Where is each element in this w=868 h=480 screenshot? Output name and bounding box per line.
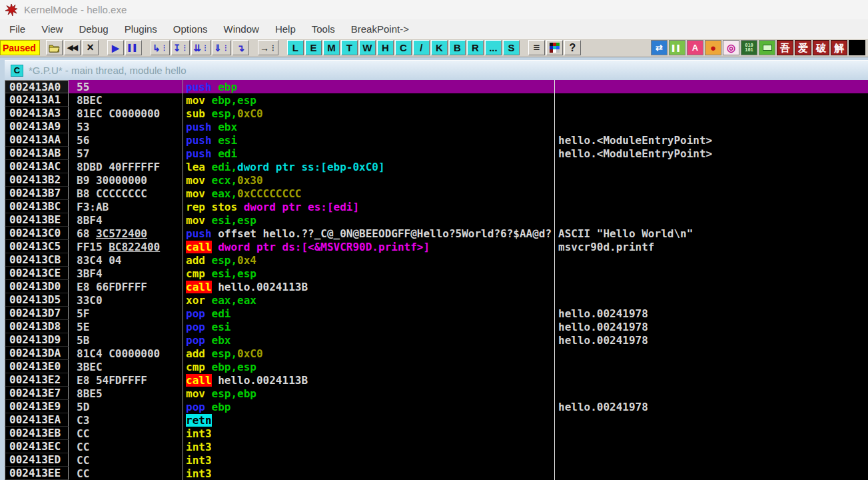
black-square-button[interactable] bbox=[849, 40, 865, 55]
panel-button-s[interactable]: S bbox=[503, 40, 520, 55]
disasm-row[interactable]: 002413B2B9 30000000mov ecx,0x30 bbox=[5, 173, 868, 187]
open-folder-icon bbox=[49, 43, 60, 53]
animate-over-button[interactable]: ⇓⋮ bbox=[212, 40, 231, 55]
panel-button-dots[interactable]: ... bbox=[485, 40, 502, 55]
instruction-cell: lea edi,dword ptr ss:[ebp-0xC0] bbox=[183, 160, 555, 173]
panel-button-slash[interactable]: / bbox=[413, 40, 430, 55]
target-icon: ◎ bbox=[727, 42, 735, 54]
instruction-cell: mov esp,ebp bbox=[183, 387, 555, 400]
disasm-row[interactable]: 002413AC8DBD 40FFFFFFlea edi,dword ptr s… bbox=[5, 160, 868, 173]
instruction-cell: add esp,0x4 bbox=[183, 253, 555, 267]
menu-item-view[interactable]: View bbox=[33, 23, 71, 35]
menu-item-window[interactable]: Window bbox=[216, 23, 267, 35]
disasm-row[interactable]: 002413EAC3retn bbox=[5, 413, 868, 427]
disasm-row[interactable]: 002413C068 3C572400push offset hello.??_… bbox=[5, 227, 868, 240]
disasm-row[interactable]: 002413CB83C4 04add esp,0x4 bbox=[5, 253, 868, 267]
disasm-row[interactable]: 002413A953push ebx bbox=[5, 120, 868, 133]
menu-item-tools[interactable]: Tools bbox=[304, 23, 343, 35]
panel-button-m[interactable]: M bbox=[323, 40, 340, 55]
disasm-row[interactable]: 002413BCF3:ABrep stos dword ptr es:[edi] bbox=[5, 200, 868, 213]
execute-till-return-icon: ↴ bbox=[237, 43, 245, 53]
pause-icon: ▌▌ bbox=[128, 44, 139, 51]
open-file-button[interactable] bbox=[46, 40, 63, 55]
comment-cell bbox=[555, 467, 868, 480]
monitor-button[interactable] bbox=[759, 40, 775, 55]
disasm-row[interactable]: 002413EBCCint3 bbox=[5, 427, 868, 440]
cn-plugin-button-1[interactable]: 吾 bbox=[777, 40, 793, 55]
disasm-row[interactable]: 002413C5FF15 BC822400call dword ptr ds:[… bbox=[5, 240, 868, 253]
menu-item-help[interactable]: Help bbox=[267, 23, 304, 35]
dots-decor: ⋮ bbox=[222, 45, 229, 51]
animate-into-button[interactable]: ⇊⋮ bbox=[191, 40, 211, 55]
disasm-row[interactable]: 002413EECCint3 bbox=[5, 467, 868, 480]
disasm-row[interactable]: 002413A055push ebp bbox=[5, 80, 868, 93]
disasm-row[interactable]: 002413E78BE5mov esp,ebp bbox=[5, 387, 868, 400]
cn-plugin-button-4[interactable]: 解 bbox=[831, 40, 847, 55]
disasm-row[interactable]: 002413BE8BF4mov esi,esp bbox=[5, 213, 868, 227]
bytes-cell: 5F bbox=[69, 307, 183, 320]
appearance-button[interactable] bbox=[546, 40, 563, 55]
disasm-row[interactable]: 002413E2E8 54FDFFFFcall hello.0024113B bbox=[5, 373, 868, 387]
run-icon: ▶ bbox=[112, 43, 119, 53]
panel-button-w[interactable]: W bbox=[359, 40, 376, 55]
target-button[interactable]: ◎ bbox=[723, 40, 739, 55]
panel-button-r[interactable]: R bbox=[467, 40, 484, 55]
cpu-window-titlebar[interactable]: C *G.P.U* - main thread, module hello bbox=[5, 60, 868, 80]
sync-button[interactable]: ⇄ bbox=[651, 40, 667, 55]
disasm-row[interactable]: 002413AA56push esihello.<ModuleEntryPoin… bbox=[5, 133, 868, 147]
execute-till-return-button[interactable]: ↴ bbox=[232, 40, 249, 55]
restart-button[interactable]: ◀◀ bbox=[64, 40, 81, 55]
disassembly-table: 002413A055push ebp002413A18BECmov ebp,es… bbox=[5, 80, 868, 480]
menu-item-options[interactable]: Options bbox=[165, 23, 216, 35]
bytes-cell: E8 54FDFFFF bbox=[69, 373, 183, 387]
disasm-row[interactable]: 002413D533C0xor eax,eax bbox=[5, 293, 868, 307]
binary-button[interactable]: 010101 bbox=[741, 40, 757, 55]
cn-plugin-button-2[interactable]: 爱 bbox=[795, 40, 811, 55]
menu-item-debug[interactable]: Debug bbox=[71, 23, 116, 35]
disasm-row[interactable]: 002413EDCCint3 bbox=[5, 453, 868, 467]
cn-plugin-button-3[interactable]: 破 bbox=[813, 40, 829, 55]
panel-button-b[interactable]: B bbox=[449, 40, 466, 55]
disasm-row[interactable]: 002413A381EC C0000000sub esp,0xC0 bbox=[5, 107, 868, 120]
panel-button-e[interactable]: E bbox=[305, 40, 322, 55]
help-button[interactable]: ? bbox=[564, 40, 581, 55]
panel-button-k[interactable]: K bbox=[431, 40, 448, 55]
step-into-icon: ↳ bbox=[153, 43, 161, 53]
resume-threads-button[interactable]: ▌▌ bbox=[669, 40, 685, 55]
menu-bar: FileViewDebugPluginsOptionsWindowHelpToo… bbox=[0, 19, 868, 38]
step-into-button[interactable]: ↳⋮ bbox=[151, 40, 170, 55]
panel-button-c[interactable]: C bbox=[395, 40, 412, 55]
disasm-row[interactable]: 002413D85Epop esihello.00241978 bbox=[5, 320, 868, 333]
disasm-row[interactable]: 002413E03BECcmp ebp,esp bbox=[5, 360, 868, 373]
disasm-row[interactable]: 002413D0E8 66FDFFFFcall hello.0024113B bbox=[5, 280, 868, 293]
resume-icon: ▌▌ bbox=[672, 45, 682, 51]
disasm-row[interactable]: 002413AB57push edihello.<ModuleEntryPoin… bbox=[5, 147, 868, 160]
menu-item-plugins[interactable]: Plugins bbox=[117, 23, 165, 35]
plugin-button-group: ⇄ ▌▌ A ● ◎ 010101 吾爱破解 bbox=[650, 40, 866, 55]
panel-button-h[interactable]: H bbox=[377, 40, 394, 55]
address-cell: 002413E7 bbox=[5, 387, 69, 400]
comment-cell: hello.00241978 bbox=[555, 307, 868, 320]
record-button[interactable]: ● bbox=[705, 40, 721, 55]
go-to-address-button[interactable]: →⋮ bbox=[258, 40, 278, 55]
disasm-row[interactable]: 002413CE3BF4cmp esi,esp bbox=[5, 267, 868, 280]
panel-button-l[interactable]: L bbox=[287, 40, 304, 55]
menu-item-file[interactable]: File bbox=[1, 23, 33, 35]
disasm-row[interactable]: 002413DA81C4 C0000000add esp,0xC0 bbox=[5, 347, 868, 360]
disasm-row[interactable]: 002413D95Bpop ebxhello.00241978 bbox=[5, 333, 868, 347]
instruction-cell: pop edi bbox=[183, 307, 555, 320]
disasm-row[interactable]: 002413D75Fpop edihello.00241978 bbox=[5, 307, 868, 320]
disasm-row[interactable]: 002413A18BECmov ebp,esp bbox=[5, 93, 868, 107]
assembler-button[interactable]: A bbox=[687, 40, 703, 55]
disasm-row[interactable]: 002413E95Dpop ebphello.00241978 bbox=[5, 400, 868, 413]
panel-button-t[interactable]: T bbox=[341, 40, 358, 55]
windows-list-button[interactable]: ≡ bbox=[528, 40, 545, 55]
toolbar: Paused ◀◀ × ▶ ▌▌ ↳⋮ ↧⋮ ⇊⋮ ⇓⋮ ↴ →⋮ LEMTWH… bbox=[0, 38, 868, 57]
run-button[interactable]: ▶ bbox=[107, 40, 124, 55]
disasm-row[interactable]: 002413B7B8 CCCCCCCCmov eax,0xCCCCCCCC bbox=[5, 187, 868, 200]
step-over-button[interactable]: ↧⋮ bbox=[171, 40, 191, 55]
pause-button[interactable]: ▌▌ bbox=[125, 40, 142, 55]
close-debuggee-button[interactable]: × bbox=[82, 40, 99, 55]
disasm-row[interactable]: 002413ECCCint3 bbox=[5, 440, 868, 453]
menu-item-breakpoint[interactable]: BreakPoint-> bbox=[343, 23, 417, 35]
